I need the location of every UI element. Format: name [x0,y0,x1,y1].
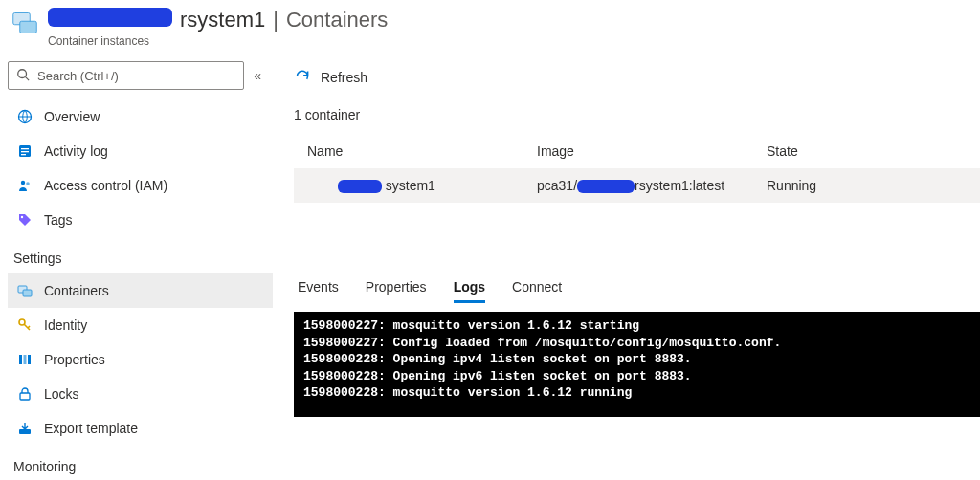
svg-rect-1 [20,21,37,33]
sidebar-section-monitoring: Monitoring [8,446,273,480]
container-instances-icon [11,10,38,36]
svg-rect-13 [23,290,32,296]
svg-line-3 [26,76,30,80]
sidebar-item-label: Export template [44,421,138,436]
sidebar-item-properties[interactable]: Properties [8,342,273,377]
svg-rect-7 [21,151,29,152]
col-image: Image [537,143,767,159]
refresh-button[interactable]: Refresh [294,63,980,92]
export-icon [17,421,33,436]
cell-image: pca31/rsystem1:latest [537,178,767,193]
refresh-icon [294,68,311,88]
sidebar-item-label: Locks [44,386,79,402]
sidebar-item-label: Identity [44,317,87,333]
page-subtitle: Container instances [48,34,388,48]
svg-rect-18 [20,393,30,400]
sidebar-item-label: Access control (IAM) [44,178,167,193]
lock-icon [17,386,33,402]
svg-point-10 [26,182,30,185]
title-separator: | [273,8,278,33]
tab-properties[interactable]: Properties [366,279,427,303]
sidebar-item-label: Containers [44,283,109,298]
log-line: 1598000227: mosquitto version 1.6.12 sta… [303,318,639,333]
redacted-name [338,180,382,193]
col-name: Name [307,143,537,159]
svg-rect-6 [21,148,29,149]
sidebar-item-label: Activity log [44,143,108,159]
collapse-sidebar-button[interactable]: « [254,68,265,83]
search-input[interactable]: Search (Ctrl+/) [8,61,244,90]
svg-rect-17 [28,355,31,364]
main-panel: Refresh 1 container Name Image State sys… [273,54,980,476]
sidebar-item-containers[interactable]: Containers [8,273,273,308]
tab-events[interactable]: Events [298,279,339,303]
sidebar-item-activity-log[interactable]: Activity log [8,134,273,168]
sidebar: Search (Ctrl+/) « Overview Activity log … [0,54,273,476]
tab-connect[interactable]: Connect [512,279,562,303]
col-state: State [767,143,967,159]
table-header: Name Image State [294,134,980,168]
key-icon [17,317,33,333]
svg-rect-15 [19,355,22,364]
detail-tabs: Events Properties Logs Connect [294,279,980,312]
svg-point-9 [21,181,25,185]
page-header: rsystem1 | Containers Container instance… [0,0,980,54]
svg-point-2 [18,69,27,77]
cell-state: Running [767,178,967,193]
resource-name-suffix: rsystem1 [180,8,265,33]
redacted-image [577,180,635,193]
svg-rect-16 [24,355,27,364]
log-line: 1598000228: Opening ipv6 listen socket o… [303,369,692,383]
sidebar-item-label: Tags [44,212,73,228]
people-icon [17,178,33,193]
page-title: rsystem1 | Containers [48,8,388,33]
sidebar-section-settings: Settings [8,237,273,273]
sidebar-item-overview[interactable]: Overview [8,99,273,134]
search-icon [16,68,30,84]
tab-logs[interactable]: Logs [454,279,485,303]
log-line: 1598000228: mosquitto version 1.6.12 run… [303,385,632,400]
log-icon [17,143,33,159]
properties-icon [17,352,33,367]
sidebar-item-label: Overview [44,109,100,124]
log-line: 1598000227: Config loaded from /mosquitt… [303,336,781,350]
sidebar-item-export-template[interactable]: Export template [8,411,273,446]
search-placeholder: Search (Ctrl+/) [37,69,119,83]
title-page: Containers [286,8,388,33]
sidebar-item-access-control[interactable]: Access control (IAM) [8,168,273,203]
sidebar-item-label: Properties [44,352,105,367]
table-row[interactable]: system1 pca31/rsystem1:latest Running [294,168,980,203]
refresh-label: Refresh [321,70,368,85]
sidebar-item-tags[interactable]: Tags [8,203,273,237]
svg-point-11 [21,216,23,218]
globe-icon [17,109,33,124]
container-count: 1 container [294,107,980,122]
cell-name: system1 [307,178,537,193]
logs-console[interactable]: 1598000227: mosquitto version 1.6.12 sta… [294,312,980,417]
sidebar-item-locks[interactable]: Locks [8,377,273,411]
redacted-resource-name [48,8,172,27]
tag-icon [17,212,33,228]
svg-rect-8 [21,154,26,155]
log-line: 1598000228: Opening ipv4 listen socket o… [303,352,692,366]
sidebar-item-identity[interactable]: Identity [8,308,273,342]
containers-icon [17,283,33,298]
